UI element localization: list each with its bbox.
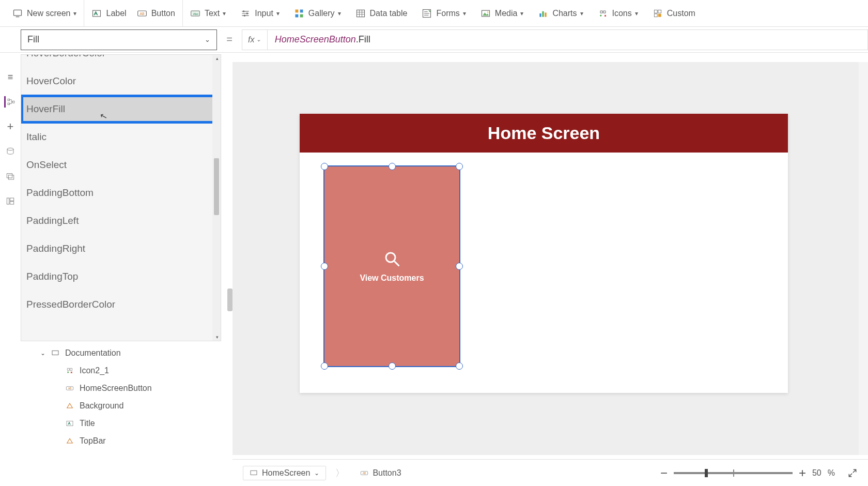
resize-handle[interactable] <box>389 163 396 170</box>
property-option[interactable]: PaddingBottom <box>21 179 221 207</box>
hamburger-icon[interactable]: ≡ <box>5 71 16 83</box>
svg-rect-28 <box>12 101 14 103</box>
tree-node-title[interactable]: Title <box>21 415 221 432</box>
resize-handle[interactable] <box>321 163 328 170</box>
property-option[interactable]: Italic <box>21 123 221 151</box>
tree-node-homescreenbutton[interactable]: AB HomeScreenButton <box>21 379 221 397</box>
zoom-in-button[interactable]: + <box>799 466 806 480</box>
property-option[interactable]: PressedBorderColor <box>21 291 221 318</box>
svg-rect-41 <box>251 470 257 475</box>
label-button[interactable]: Label <box>91 8 126 19</box>
selected-button-control[interactable]: View Customers <box>323 165 460 367</box>
gallery-icon <box>294 8 304 19</box>
insert-icon[interactable]: + <box>5 121 16 132</box>
custom-menu[interactable]: Custom <box>653 8 695 19</box>
scrollbar-thumb[interactable] <box>214 158 219 215</box>
tree-node-background[interactable]: Background <box>21 397 221 415</box>
media-menu[interactable]: Media ▾ <box>481 8 524 19</box>
app-canvas[interactable]: Home Screen View Customers <box>300 114 788 393</box>
variables-icon[interactable] <box>5 195 16 207</box>
scroll-up-icon[interactable]: ▴ <box>216 56 219 61</box>
resize-handle[interactable] <box>456 263 463 270</box>
canvas-scrollbar[interactable] <box>859 62 868 455</box>
new-screen-label: New screen <box>27 9 70 18</box>
tree-node-documentation[interactable]: ⌄ Documentation <box>21 344 221 362</box>
zoom-slider[interactable] <box>674 472 793 474</box>
svg-rect-34 <box>10 202 14 204</box>
property-option[interactable]: HoverColor <box>21 67 221 95</box>
canvas-area[interactable]: Home Screen View Customers <box>233 62 868 455</box>
gallery-menu[interactable]: Gallery ▾ <box>294 8 341 19</box>
svg-point-8 <box>246 12 248 14</box>
zoom-thumb[interactable] <box>705 469 708 477</box>
property-option[interactable]: HoverBorderColor <box>21 54 221 67</box>
property-option[interactable]: OnSelect <box>21 151 221 179</box>
svg-rect-14 <box>357 10 364 17</box>
resize-handle[interactable] <box>389 362 396 370</box>
tree-node-icon2-1[interactable]: Icon2_1 <box>21 362 221 379</box>
resize-handle[interactable] <box>456 362 463 370</box>
breadcrumb-label: Button3 <box>373 468 401 478</box>
chevron-down-icon: ▾ <box>635 10 638 17</box>
charts-menu[interactable]: Charts ▾ <box>538 8 583 19</box>
tree-label: TopBar <box>80 436 106 446</box>
svg-rect-25 <box>658 13 661 17</box>
svg-rect-19 <box>540 13 541 17</box>
property-selector[interactable]: Fill ⌄ <box>21 29 217 50</box>
resize-handle[interactable] <box>321 263 328 270</box>
resize-handle[interactable] <box>321 362 328 370</box>
svg-rect-1 <box>16 16 20 17</box>
text-input-icon: Abc <box>190 8 200 19</box>
media-panel-icon[interactable] <box>5 171 16 182</box>
tree-node-topbar[interactable]: TopBar <box>21 432 221 450</box>
svg-rect-11 <box>300 9 303 12</box>
gallery-label: Gallery <box>308 9 335 18</box>
panel-scroll-thumb[interactable] <box>227 288 233 311</box>
text-menu[interactable]: Abc Text ▾ <box>190 8 226 19</box>
input-menu[interactable]: Input ▾ <box>240 8 280 19</box>
tree-label: Icon2_1 <box>80 366 109 375</box>
property-option[interactable]: PaddingLeft <box>21 207 221 235</box>
svg-rect-10 <box>295 9 298 12</box>
tree-view-icon[interactable] <box>4 96 16 108</box>
data-table-button[interactable]: Data table <box>355 8 408 19</box>
media-icon <box>481 8 491 19</box>
svg-text:AB: AB <box>140 11 144 15</box>
zoom-controls: − + 50 % <box>660 466 858 480</box>
forms-menu[interactable]: Forms ▾ <box>422 8 466 19</box>
formula-input[interactable]: HomeScreenButton.Fill <box>268 29 868 50</box>
icons-menu[interactable]: Icons ▾ <box>598 8 638 19</box>
svg-rect-20 <box>542 11 544 17</box>
svg-text:AB: AB <box>68 387 71 390</box>
formula-property-ref: .Fill <box>356 34 370 45</box>
fit-to-screen-button[interactable] <box>847 468 858 478</box>
chevron-down-icon: ⌄ <box>205 36 210 43</box>
scroll-down-icon[interactable]: ▾ <box>216 335 219 340</box>
button-button[interactable]: AB Button <box>137 8 175 19</box>
data-icon[interactable] <box>5 146 16 157</box>
button-text: View Customers <box>360 274 424 283</box>
media-label: Media <box>495 9 518 18</box>
chevron-down-icon: ▾ <box>338 10 341 17</box>
property-option[interactable]: PaddingTop <box>21 263 221 291</box>
resize-handle[interactable] <box>456 163 463 170</box>
label-label: Label <box>106 9 126 18</box>
svg-rect-13 <box>300 14 303 17</box>
breadcrumb-control[interactable]: AB Button3 <box>354 466 407 480</box>
button-icon: AB <box>65 384 74 393</box>
svg-rect-26 <box>8 99 10 101</box>
property-option-hoverfill[interactable]: HoverFill ↖ <box>21 95 221 123</box>
tree-label: Documentation <box>65 348 121 358</box>
zoom-value: 50 <box>812 468 822 478</box>
label-icon <box>91 8 102 19</box>
breadcrumb-screen[interactable]: HomeScreen ⌄ <box>243 466 326 480</box>
fx-icon: fx <box>248 35 254 44</box>
fx-button[interactable]: fx ⌄ <box>242 29 268 50</box>
property-option[interactable]: PaddingRight <box>21 235 221 263</box>
table-icon <box>355 8 366 19</box>
svg-rect-22 <box>654 10 657 13</box>
zoom-out-button[interactable]: − <box>660 466 668 480</box>
dropdown-scrollbar[interactable]: ▴ ▾ <box>212 55 221 341</box>
svg-rect-12 <box>295 14 298 17</box>
new-screen-button[interactable]: New screen ▾ <box>12 8 76 19</box>
